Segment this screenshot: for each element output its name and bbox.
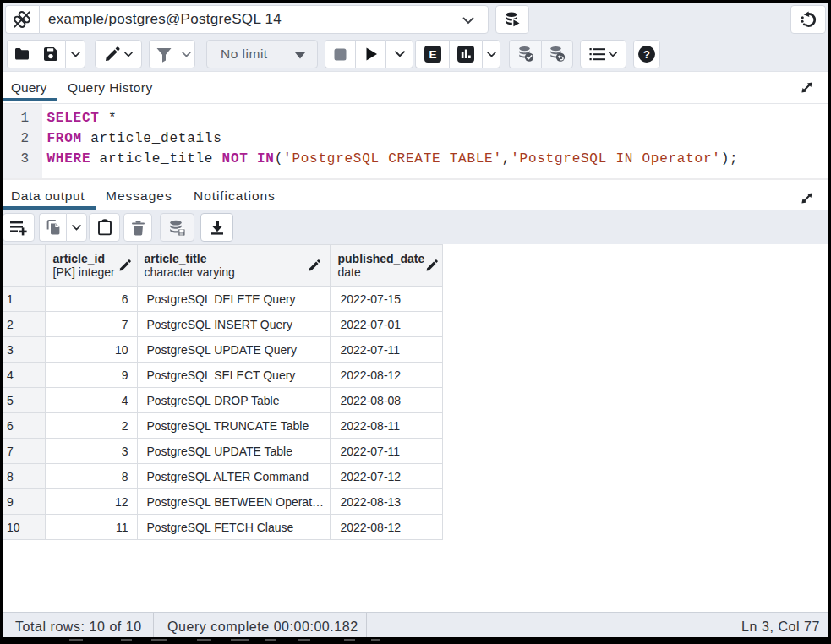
svg-text:?: ?	[643, 48, 650, 61]
svg-text:E: E	[429, 48, 436, 61]
